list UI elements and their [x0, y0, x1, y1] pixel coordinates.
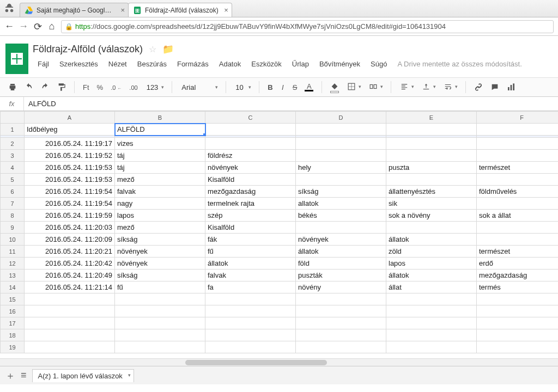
cell-D6[interactable]: síkság [296, 186, 386, 198]
cell-B18[interactable] [115, 329, 205, 341]
cell-B17[interactable] [115, 317, 205, 329]
cell-B9[interactable]: mező [115, 222, 205, 234]
cell-C17[interactable] [205, 317, 296, 329]
cell-E5[interactable] [386, 174, 477, 186]
row-header-15[interactable]: 15 [1, 293, 25, 305]
cell-D15[interactable] [296, 293, 386, 305]
cell-F5[interactable] [477, 174, 559, 186]
menu-format[interactable]: Formázás [172, 58, 214, 70]
menu-addon[interactable]: Bővítmények [314, 58, 365, 70]
italic-button[interactable]: I [278, 82, 288, 93]
textcolor-button[interactable]: A [302, 82, 316, 93]
browser-tab-sheets[interactable]: Földrajz-Alföld (válaszok) × [128, 3, 232, 17]
cell-C18[interactable] [205, 329, 296, 341]
fillcolor-button[interactable] [327, 80, 342, 95]
spreadsheet-grid[interactable]: ABCDEF1IdőbélyegALFÖLD22016.05.24. 11:19… [0, 111, 558, 358]
cell-D11[interactable]: állatok [296, 246, 386, 258]
cell-A3[interactable]: 2016.05.24. 11:19:52 [25, 150, 115, 162]
font-select[interactable]: Arial [178, 82, 220, 93]
col-header-B[interactable]: B [115, 112, 205, 124]
cell-F11[interactable]: természet [477, 246, 559, 258]
cell-E11[interactable]: zöld [386, 246, 477, 258]
cell-E10[interactable]: állatok [386, 234, 477, 246]
cell-B2[interactable]: vizes [115, 138, 205, 150]
row-header-6[interactable]: 6 [1, 186, 25, 198]
cell-E13[interactable]: állatok [386, 270, 477, 281]
cell-F4[interactable]: természet [477, 162, 559, 174]
valign-button[interactable] [418, 81, 438, 94]
col-header-D[interactable]: D [296, 112, 386, 124]
print-button[interactable] [5, 81, 20, 93]
sheets-logo[interactable] [5, 44, 28, 74]
col-header-F[interactable]: F [477, 112, 559, 124]
cell-D14[interactable]: növény [296, 281, 386, 293]
cell-F9[interactable] [477, 222, 559, 234]
cell-C14[interactable]: fa [205, 281, 296, 293]
row-header-19[interactable]: 19 [1, 341, 25, 353]
cell-F13[interactable]: mezőgazdaság [477, 270, 559, 281]
merge-button[interactable] [366, 81, 385, 94]
menu-form[interactable]: Űrlap [287, 58, 314, 70]
menu-view[interactable]: Nézet [104, 58, 132, 70]
col-header-A[interactable]: A [25, 112, 115, 124]
menu-insert[interactable]: Beszúrás [132, 58, 172, 70]
cell-F1[interactable] [477, 124, 559, 136]
cell-C4[interactable]: növények [205, 162, 296, 174]
percent-button[interactable]: % [94, 82, 106, 93]
cell-E14[interactable]: állat [386, 281, 477, 293]
cell-A7[interactable]: 2016.05.24. 11:19:54 [25, 198, 115, 210]
cell-A16[interactable] [25, 305, 115, 317]
cell-F6[interactable]: földművelés [477, 186, 559, 198]
back-button[interactable]: ← [4, 21, 14, 32]
cell-F3[interactable] [477, 150, 559, 162]
menu-tools[interactable]: Eszközök [246, 58, 287, 70]
address-bar[interactable]: 🔒 https://docs.google.com/spreadsheets/d… [61, 20, 554, 33]
cell-B12[interactable]: növények [115, 258, 205, 270]
cell-C13[interactable]: falvak [205, 270, 296, 281]
cell-B11[interactable]: növények [115, 246, 205, 258]
cell-E4[interactable]: puszta [386, 162, 477, 174]
cell-C15[interactable] [205, 293, 296, 305]
cell-A13[interactable]: 2016.05.24. 11:20:49 [25, 270, 115, 281]
cell-C11[interactable]: fű [205, 246, 296, 258]
row-header-11[interactable]: 11 [1, 246, 25, 258]
cell-D19[interactable] [296, 341, 386, 353]
cell-B7[interactable]: nagy [115, 198, 205, 210]
cell-E15[interactable] [386, 293, 477, 305]
cell-F10[interactable] [477, 234, 559, 246]
cell-D3[interactable] [296, 150, 386, 162]
cell-B15[interactable] [115, 293, 205, 305]
sheet-tab[interactable]: A(z) 1. lapon lévő válaszok [32, 369, 134, 382]
number-format-select[interactable]: 123 [143, 82, 167, 93]
bold-button[interactable]: B [265, 82, 275, 93]
cell-F7[interactable] [477, 198, 559, 210]
cell-E17[interactable] [386, 317, 477, 329]
cell-E16[interactable] [386, 305, 477, 317]
dec-decrease-button[interactable]: .0 ← [108, 82, 124, 93]
cell-A19[interactable] [25, 341, 115, 353]
row-header-12[interactable]: 12 [1, 258, 25, 270]
browser-tab-drive[interactable]: Saját meghajtó – Google D × [20, 3, 129, 17]
cell-E18[interactable] [386, 329, 477, 341]
strike-button[interactable]: S [290, 82, 300, 93]
cell-D17[interactable] [296, 317, 386, 329]
cell-B1[interactable]: ALFÖLD [115, 124, 205, 136]
row-header-4[interactable]: 4 [1, 162, 25, 174]
menu-edit[interactable]: Szerkesztés [54, 58, 103, 70]
col-header-C[interactable]: C [205, 112, 296, 124]
cell-C1[interactable] [205, 124, 296, 136]
close-icon[interactable]: × [120, 6, 125, 14]
cell-E2[interactable] [386, 138, 477, 150]
cell-E1[interactable] [386, 124, 477, 136]
cell-C3[interactable]: földrész [205, 150, 296, 162]
row-header-2[interactable]: 2 [1, 138, 25, 150]
cell-E8[interactable]: sok a növény [386, 210, 477, 222]
menu-data[interactable]: Adatok [214, 58, 246, 70]
cell-B8[interactable]: lapos [115, 210, 205, 222]
currency-button[interactable]: Ft [80, 82, 92, 93]
cell-B6[interactable]: falvak [115, 186, 205, 198]
cell-D13[interactable]: puszták [296, 270, 386, 281]
cell-F19[interactable] [477, 341, 559, 353]
row-header-7[interactable]: 7 [1, 198, 25, 210]
cell-E19[interactable] [386, 341, 477, 353]
